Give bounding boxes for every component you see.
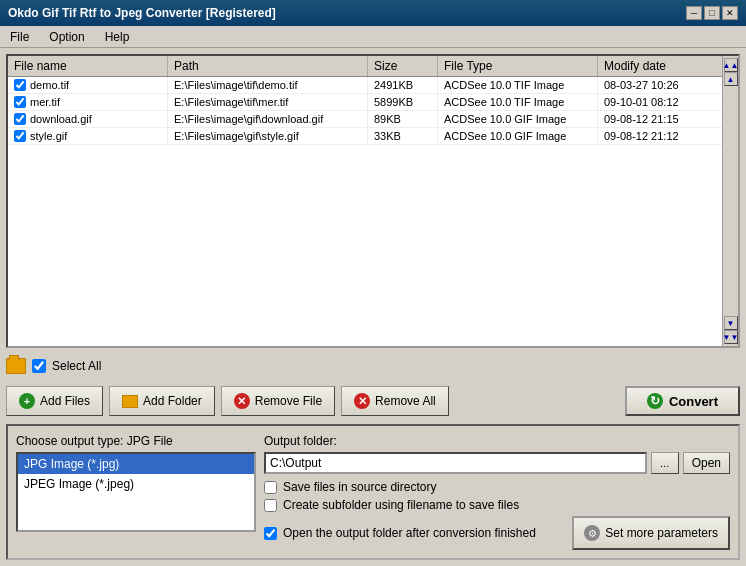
file-type: ACDSee 10.0 TIF Image	[438, 94, 598, 110]
menu-help[interactable]: Help	[99, 28, 136, 46]
title-bar: Okdo Gif Tif Rtf to Jpeg Converter [Regi…	[0, 0, 746, 26]
minimize-button[interactable]: ─	[686, 6, 702, 20]
file-table: File name Path Size File Type Modify dat…	[8, 56, 722, 346]
remove-all-button[interactable]: ✕ Remove All	[341, 386, 449, 416]
add-folder-button[interactable]: Add Folder	[109, 386, 215, 416]
convert-icon: ↻	[647, 393, 663, 409]
table-row: style.gif E:\Files\image\gif\style.gif 3…	[8, 128, 722, 145]
remove-file-icon: ✕	[234, 393, 250, 409]
add-folder-label: Add Folder	[143, 394, 202, 408]
col-header-size: Size	[368, 56, 438, 76]
bottom-section: Choose output type: JPG File JPG Image (…	[6, 424, 740, 560]
file-modify-date: 08-03-27 10:26	[598, 77, 722, 93]
scroll-bottom-button[interactable]: ▼▼	[724, 330, 738, 344]
create-subfolder-row: Create subfolder using filename to save …	[264, 498, 730, 512]
col-header-modifydate: Modify date	[598, 56, 722, 76]
scroll-down-button[interactable]: ▼	[724, 316, 738, 330]
file-row-checkbox[interactable]	[14, 79, 26, 91]
file-row-checkbox[interactable]	[14, 96, 26, 108]
main-content: File name Path Size File Type Modify dat…	[0, 48, 746, 566]
file-size: 5899KB	[368, 94, 438, 110]
menu-file[interactable]: File	[4, 28, 35, 46]
table-row: mer.tif E:\Files\image\tif\mer.tif 5899K…	[8, 94, 722, 111]
file-name: demo.tif	[30, 79, 69, 91]
remove-all-label: Remove All	[375, 394, 436, 408]
file-row-checkbox[interactable]	[14, 113, 26, 125]
col-header-filename: File name	[8, 56, 168, 76]
add-files-icon: +	[19, 393, 35, 409]
file-name: download.gif	[30, 113, 92, 125]
file-path: E:\Files\image\tif\mer.tif	[168, 94, 368, 110]
save-in-source-label: Save files in source directory	[283, 480, 436, 494]
file-size: 2491KB	[368, 77, 438, 93]
file-type: ACDSee 10.0 GIF Image	[438, 111, 598, 127]
table-header: File name Path Size File Type Modify dat…	[8, 56, 722, 77]
scroll-top-button[interactable]: ▲▲	[724, 58, 738, 72]
file-name-cell: mer.tif	[8, 94, 168, 110]
output-type-item[interactable]: JPEG Image (*.jpeg)	[18, 474, 254, 494]
select-all-bar: Select All	[6, 354, 740, 378]
menu-bar: File Option Help	[0, 26, 746, 48]
folder-icon[interactable]	[6, 358, 26, 374]
add-folder-icon	[122, 395, 138, 408]
file-name: style.gif	[30, 130, 67, 142]
convert-label: Convert	[669, 394, 718, 409]
set-more-params-button[interactable]: ⚙ Set more parameters	[572, 516, 730, 550]
select-all-checkbox[interactable]	[32, 359, 46, 373]
file-size: 33KB	[368, 128, 438, 144]
app-title: Okdo Gif Tif Rtf to Jpeg Converter [Regi…	[8, 6, 276, 20]
file-path: E:\Files\image\gif\style.gif	[168, 128, 368, 144]
file-scrollbar: ▲▲ ▲ ▼ ▼▼	[722, 56, 738, 346]
file-modify-date: 09-08-12 21:15	[598, 111, 722, 127]
file-row-checkbox[interactable]	[14, 130, 26, 142]
create-subfolder-checkbox[interactable]	[264, 499, 277, 512]
file-type: ACDSee 10.0 TIF Image	[438, 77, 598, 93]
create-subfolder-label: Create subfolder using filename to save …	[283, 498, 519, 512]
output-folder-input[interactable]	[264, 452, 647, 474]
params-label: Set more parameters	[605, 526, 718, 540]
file-name: mer.tif	[30, 96, 60, 108]
file-list-container: File name Path Size File Type Modify dat…	[6, 54, 740, 348]
file-name-cell: style.gif	[8, 128, 168, 144]
col-header-path: Path	[168, 56, 368, 76]
remove-all-icon: ✕	[354, 393, 370, 409]
table-row: download.gif E:\Files\image\gif\download…	[8, 111, 722, 128]
output-folder-row: ... Open	[264, 452, 730, 474]
file-path: E:\Files\image\gif\download.gif	[168, 111, 368, 127]
remove-file-button[interactable]: ✕ Remove File	[221, 386, 335, 416]
action-buttons-row: + Add Files Add Folder ✕ Remove File ✕ R…	[6, 384, 740, 418]
window-controls: ─ □ ✕	[686, 6, 738, 20]
open-after-conversion-checkbox[interactable]	[264, 527, 277, 540]
open-after-conversion-label: Open the output folder after conversion …	[283, 526, 536, 540]
file-path: E:\Files\image\tif\demo.tif	[168, 77, 368, 93]
output-type-panel: Choose output type: JPG File JPG Image (…	[16, 434, 256, 550]
output-type-label: Choose output type: JPG File	[16, 434, 256, 448]
add-files-label: Add Files	[40, 394, 90, 408]
browse-button[interactable]: ...	[651, 452, 679, 474]
file-modify-date: 09-10-01 08:12	[598, 94, 722, 110]
open-after-conversion-row: Open the output folder after conversion …	[264, 526, 536, 540]
select-all-label: Select All	[52, 359, 101, 373]
close-button[interactable]: ✕	[722, 6, 738, 20]
convert-button[interactable]: ↻ Convert	[625, 386, 740, 416]
open-button[interactable]: Open	[683, 452, 730, 474]
file-name-cell: demo.tif	[8, 77, 168, 93]
add-files-button[interactable]: + Add Files	[6, 386, 103, 416]
output-type-item[interactable]: JPG Image (*.jpg)	[18, 454, 254, 474]
file-modify-date: 09-08-12 21:12	[598, 128, 722, 144]
file-type: ACDSee 10.0 GIF Image	[438, 128, 598, 144]
output-folder-panel: Output folder: ... Open Save files in so…	[264, 434, 730, 550]
params-icon: ⚙	[584, 525, 600, 541]
remove-file-label: Remove File	[255, 394, 322, 408]
table-row: demo.tif E:\Files\image\tif\demo.tif 249…	[8, 77, 722, 94]
save-in-source-checkbox[interactable]	[264, 481, 277, 494]
save-in-source-row: Save files in source directory	[264, 480, 730, 494]
file-name-cell: download.gif	[8, 111, 168, 127]
menu-option[interactable]: Option	[43, 28, 90, 46]
output-type-list: JPG Image (*.jpg)JPEG Image (*.jpeg)	[16, 452, 256, 532]
maximize-button[interactable]: □	[704, 6, 720, 20]
output-folder-label: Output folder:	[264, 434, 730, 448]
scroll-up-button[interactable]: ▲	[724, 72, 738, 86]
file-rows: demo.tif E:\Files\image\tif\demo.tif 249…	[8, 77, 722, 145]
file-size: 89KB	[368, 111, 438, 127]
